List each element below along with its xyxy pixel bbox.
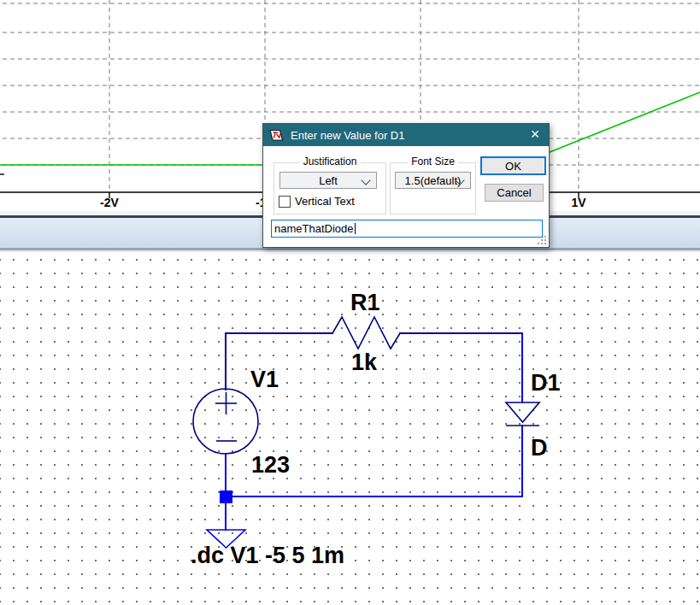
close-icon[interactable]: × xyxy=(521,124,549,146)
text-caret xyxy=(355,223,356,234)
d1-value-label[interactable]: D xyxy=(531,435,548,461)
d1-ref-label[interactable]: D1 xyxy=(531,370,561,396)
resistor-symbol[interactable] xyxy=(332,317,400,349)
diode-symbol[interactable] xyxy=(506,402,539,426)
v1-ref-label[interactable]: V1 xyxy=(250,367,279,392)
dialog-body: Justification Left Vertical Text Font Si… xyxy=(263,146,549,247)
justification-selected-value: Left xyxy=(319,174,338,187)
value-input-text: nameThatDiode xyxy=(274,222,354,235)
justification-group: Justification Left Vertical Text xyxy=(274,162,386,214)
ltspice-icon xyxy=(269,129,284,142)
ltspice-window: -2V-1V1V xyxy=(0,0,700,605)
font-size-group: Font Size 1.5(default) xyxy=(390,162,476,214)
junction-dot xyxy=(220,490,232,503)
spice-directive[interactable]: .dc V1 -5 5 1m xyxy=(191,543,344,568)
vertical-text-label: Vertical Text xyxy=(295,195,355,208)
value-input[interactable]: nameThatDiode xyxy=(271,220,543,238)
enter-value-dialog: Enter new Value for D1 × Justification L… xyxy=(262,123,550,248)
dialog-titlebar[interactable]: Enter new Value for D1 × xyxy=(263,124,549,146)
dialog-title: Enter new Value for D1 xyxy=(291,129,521,142)
r1-value-label[interactable]: 1k xyxy=(351,349,378,375)
justification-select[interactable]: Left xyxy=(279,172,377,189)
ok-button[interactable]: OK xyxy=(480,156,546,175)
v1-value-label[interactable]: 123 xyxy=(251,452,290,478)
chevron-down-icon xyxy=(361,175,370,185)
justification-group-label: Justification xyxy=(300,156,361,167)
vertical-text-row: Vertical Text xyxy=(279,195,355,208)
font-size-selected-value: 1.5(default) xyxy=(405,174,462,187)
font-size-group-label: Font Size xyxy=(408,156,458,167)
x-axis-label: -2V xyxy=(100,196,119,209)
x-axis-label: 1V xyxy=(571,196,586,209)
cancel-button[interactable]: Cancel xyxy=(485,184,544,202)
font-size-select[interactable]: 1.5(default) xyxy=(395,172,471,189)
voltage-source-symbol[interactable] xyxy=(193,389,258,454)
vertical-text-checkbox[interactable] xyxy=(279,196,291,208)
schematic-pane[interactable]: R11kV1123D1D.dc V1 -5 5 1m xyxy=(0,252,700,605)
resize-grip[interactable] xyxy=(538,236,547,245)
r1-ref-label[interactable]: R1 xyxy=(350,290,380,315)
